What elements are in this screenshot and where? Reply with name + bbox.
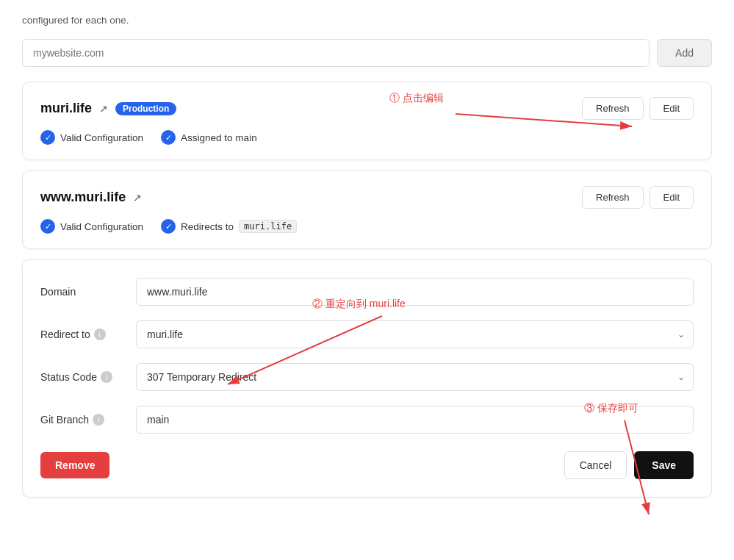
status-code-select-wrapper: 307 Temporary Redirect ⌄: [136, 363, 694, 391]
redirect-to-select-wrapper: muri.life ⌄: [136, 320, 694, 348]
domain-card-www-muri-life: www.muri.life ↗ Refresh Edit ✓ Valid Con…: [22, 170, 712, 249]
card-status-row-2: ✓ Valid Configuration ✓ Redirects to mur…: [40, 219, 694, 234]
card-title-group-1: muri.life ↗ Production: [40, 101, 176, 116]
check-icon-2: ✓: [161, 130, 176, 145]
edit-form-panel: Domain Redirect to i muri.life ⌄ Status …: [22, 259, 712, 498]
refresh-button-1[interactable]: Refresh: [582, 97, 644, 120]
check-icon-4: ✓: [161, 219, 176, 234]
status-redirects: ✓ Redirects to muri.life: [161, 219, 297, 234]
card-actions-2: Refresh Edit: [582, 186, 694, 209]
card-status-row-1: ✓ Valid Configuration ✓ Assigned to main: [40, 130, 694, 145]
status-code-form-row: Status Code i 307 Temporary Redirect ⌄: [40, 363, 694, 391]
right-action-buttons: Cancel Save: [564, 451, 694, 479]
card-header-1: muri.life ↗ Production Refresh Edit: [40, 97, 694, 120]
form-actions: Remove Cancel Save: [40, 451, 694, 479]
annotation-3-text: ③ 保存即可: [584, 402, 638, 415]
save-button[interactable]: Save: [634, 451, 694, 479]
external-link-icon-1[interactable]: ↗: [99, 103, 108, 115]
refresh-button-2[interactable]: Refresh: [582, 186, 644, 209]
domain-input[interactable]: [136, 278, 694, 306]
card-actions-1: Refresh Edit: [582, 97, 694, 120]
status-valid-config-2: ✓ Valid Configuration: [40, 219, 143, 234]
status-assigned-main: ✓ Assigned to main: [161, 130, 257, 145]
redirect-to-select[interactable]: muri.life: [136, 320, 694, 348]
check-icon-1: ✓: [40, 130, 55, 145]
external-link-icon-2[interactable]: ↗: [133, 192, 142, 204]
status-valid-config-1: ✓ Valid Configuration: [40, 130, 143, 145]
domain-name-2: www.muri.life: [40, 190, 126, 205]
domain-label: Domain: [40, 286, 121, 298]
add-domain-row: Add: [22, 39, 712, 67]
status-code-label: Status Code i: [40, 371, 121, 383]
cancel-button[interactable]: Cancel: [564, 451, 627, 479]
annotation-1-text: ① 点击编辑: [389, 92, 444, 105]
domain-card-muri-life: muri.life ↗ Production Refresh Edit ✓ Va…: [22, 82, 712, 160]
production-badge: Production: [115, 102, 176, 115]
page-wrapper: configured for each one. Add muri.life ↗…: [0, 0, 734, 560]
add-domain-input[interactable]: [22, 39, 650, 67]
redirect-to-info-icon[interactable]: i: [94, 329, 106, 340]
git-branch-label: Git Branch i: [40, 414, 121, 426]
card-title-group-2: www.muri.life ↗: [40, 190, 142, 205]
annotation-2-text: ② 重定向到 muri.life: [312, 298, 406, 311]
git-branch-info-icon[interactable]: i: [93, 414, 104, 426]
edit-button-1[interactable]: Edit: [650, 97, 694, 120]
redirect-target-code: muri.life: [239, 220, 297, 233]
redirect-to-label: Redirect to i: [40, 329, 121, 340]
domain-name-1: muri.life: [40, 101, 92, 116]
remove-button[interactable]: Remove: [40, 452, 109, 478]
status-code-select[interactable]: 307 Temporary Redirect: [136, 363, 694, 391]
check-icon-3: ✓: [40, 219, 55, 234]
redirect-to-form-row: Redirect to i muri.life ⌄: [40, 320, 694, 348]
intro-text: configured for each one.: [22, 15, 712, 26]
status-code-info-icon[interactable]: i: [101, 371, 112, 383]
edit-button-2[interactable]: Edit: [650, 186, 694, 209]
card-header-2: www.muri.life ↗ Refresh Edit: [40, 186, 694, 209]
add-domain-button[interactable]: Add: [657, 39, 712, 67]
